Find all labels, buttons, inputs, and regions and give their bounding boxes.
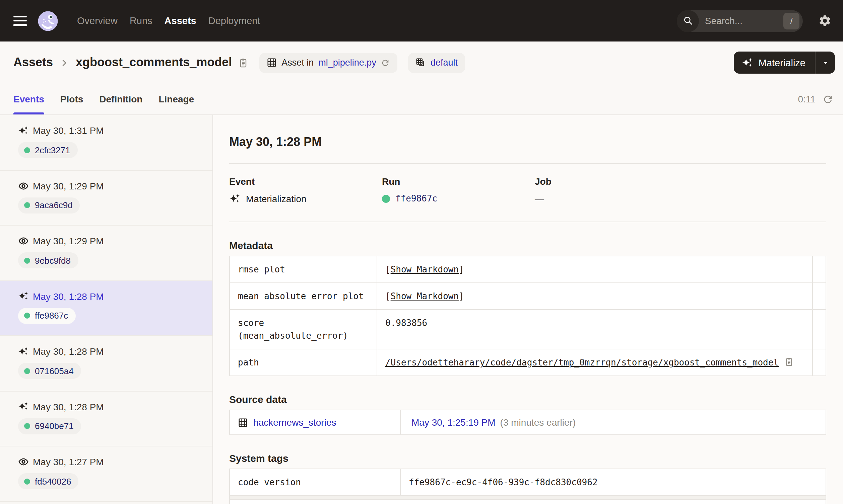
event-list-sidebar: May 30, 1:31 PM 2cfc3271 May 30, 1:29 PM… xyxy=(0,115,213,504)
event-detail-title: May 30, 1:28 PM xyxy=(229,135,826,149)
observation-eye-icon xyxy=(18,180,29,191)
run-status-dot xyxy=(24,478,30,484)
sparkle-icon xyxy=(742,57,753,68)
run-id-link[interactable]: ffe9867c xyxy=(395,194,437,203)
run-status-dot xyxy=(24,423,30,429)
event-timestamp: May 30, 1:29 PM xyxy=(33,180,104,191)
table-row: hackernews_stories May 30, 1:25:19 PM (3… xyxy=(230,410,826,434)
source-data-heading: Source data xyxy=(229,394,826,405)
dagster-logo[interactable] xyxy=(37,11,58,31)
breadcrumb-assets-link[interactable]: Assets xyxy=(13,56,53,70)
event-list-item[interactable]: May 30, 1:28 PM 071605a4 xyxy=(0,336,212,391)
metadata-value: 0.983856 xyxy=(377,310,812,349)
job-column-label: Job xyxy=(535,176,551,187)
asset-definition-badge: Asset in ml_pipeline.py xyxy=(259,53,398,73)
refresh-icon[interactable] xyxy=(822,93,833,105)
refresh-countdown: 0:11 xyxy=(798,94,815,104)
tag-value: ffe9867c-ec9c-4f06-939c-f8dc830c0962 xyxy=(401,469,826,495)
event-list-item[interactable]: May 30, 1:29 PM 9aca6c9d xyxy=(0,170,212,226)
run-status-dot xyxy=(24,202,30,208)
run-column-label: Run xyxy=(382,176,535,187)
materialization-sparkle-icon xyxy=(18,346,29,356)
materialization-sparkle-icon xyxy=(229,194,241,204)
run-status-dot xyxy=(24,147,30,153)
system-tags-table: code_version ffe9867c-ec9c-4f06-939c-f8d… xyxy=(229,469,826,504)
metadata-key: path xyxy=(230,349,377,376)
run-id-pill[interactable]: fd540026 xyxy=(18,473,79,489)
nav-item-runs[interactable]: Runs xyxy=(130,15,152,26)
event-timestamp: May 30, 1:27 PM xyxy=(33,456,104,467)
copy-icon[interactable] xyxy=(784,357,794,367)
nav-item-assets[interactable]: Assets xyxy=(165,15,196,26)
run-id-pill[interactable]: ffe9867c xyxy=(18,308,75,324)
nav-item-deployment[interactable]: Deployment xyxy=(208,15,260,26)
event-timestamp: May 30, 1:29 PM xyxy=(33,236,104,246)
event-summary: Event Materialization Run ffe9867c Job — xyxy=(229,176,826,204)
event-list-item[interactable]: May 30, 1:29 PM 9ebc9fd8 xyxy=(0,226,212,281)
event-type-value: Materialization xyxy=(246,194,307,204)
table-row: rmse plot [Show Markdown] xyxy=(230,256,826,283)
run-id-pill[interactable]: 071605a4 xyxy=(18,363,81,379)
hamburger-menu-icon[interactable] xyxy=(13,16,27,26)
metadata-value: [Show Markdown] xyxy=(377,283,812,309)
asset-table-icon xyxy=(267,57,277,68)
run-status-dot xyxy=(382,195,390,202)
run-status-dot xyxy=(24,257,30,264)
asset-group-badge: default xyxy=(409,53,465,73)
job-value: — xyxy=(535,194,544,204)
run-status-dot xyxy=(24,312,30,319)
show-markdown-link[interactable]: Show Markdown xyxy=(391,264,459,274)
observation-eye-icon xyxy=(18,236,29,246)
source-time-note: (3 minutes earlier) xyxy=(500,417,576,428)
source-asset-link[interactable]: hackernews_stories xyxy=(253,417,336,428)
event-detail-pane: May 30, 1:28 PM Event Materialization Ru… xyxy=(213,115,843,504)
breadcrumb-chevron-icon xyxy=(59,57,70,68)
event-list-item[interactable]: May 30, 1:27 PM fd540026 xyxy=(0,447,212,502)
materialization-sparkle-icon xyxy=(18,126,29,136)
run-id-pill[interactable]: 9ebc9fd8 xyxy=(18,252,78,268)
materialize-button[interactable]: Materialize xyxy=(734,52,815,74)
event-list-item[interactable]: May 30, 1:28 PM 6940be71 xyxy=(0,391,212,447)
tab-events[interactable]: Events xyxy=(13,84,44,114)
asset-tabs: Events Plots Definition Lineage 0:11 xyxy=(0,84,843,115)
tab-plots[interactable]: Plots xyxy=(60,84,83,114)
chevron-down-icon xyxy=(821,58,830,67)
metadata-key: rmse plot xyxy=(230,256,377,283)
group-default-link[interactable]: default xyxy=(431,57,458,68)
metadata-key: score (mean_absolute_error) xyxy=(230,310,377,349)
copy-icon[interactable] xyxy=(238,57,248,68)
run-status-dot xyxy=(24,368,30,374)
metadata-key: mean_absolute_error plot xyxy=(230,283,377,309)
show-markdown-link[interactable]: Show Markdown xyxy=(391,291,459,301)
storage-path-link[interactable]: /Users/odetteharary/code/dagster/tmp_0mz… xyxy=(385,356,779,369)
source-data-table: hackernews_stories May 30, 1:25:19 PM (3… xyxy=(229,410,826,435)
nav-item-overview[interactable]: Overview xyxy=(77,15,118,26)
event-list-item[interactable]: May 30, 1:31 PM 2cfc3271 xyxy=(0,115,212,170)
run-id-pill[interactable]: 2cfc3271 xyxy=(18,142,78,158)
event-timestamp: May 30, 1:31 PM xyxy=(33,125,104,136)
system-tags-heading: System tags xyxy=(229,452,826,464)
event-timestamp: May 30, 1:28 PM xyxy=(33,401,104,412)
table-row: mean_absolute_error plot [Show Markdown] xyxy=(230,283,826,310)
refresh-icon[interactable] xyxy=(381,58,390,67)
tab-lineage[interactable]: Lineage xyxy=(158,84,194,114)
event-list-item-selected[interactable]: May 30, 1:28 PM ffe9867c xyxy=(0,281,212,336)
tab-definition[interactable]: Definition xyxy=(99,84,142,114)
asset-in-label: Asset in xyxy=(281,57,314,68)
run-id-pill[interactable]: 9aca6c9d xyxy=(18,197,80,213)
asset-table-icon xyxy=(238,417,248,427)
metadata-heading: Metadata xyxy=(229,240,826,251)
materialize-options-button[interactable] xyxy=(815,52,835,74)
page-header: Assets xgboost_comments_model Asset in m… xyxy=(0,41,843,84)
pipeline-file-link[interactable]: ml_pipeline.py xyxy=(318,57,376,68)
source-event-time-link[interactable]: May 30, 1:25:19 PM xyxy=(411,417,496,428)
event-timestamp: May 30, 1:28 PM xyxy=(33,291,104,302)
metadata-value: [Show Markdown] xyxy=(377,256,812,283)
search-bar: / xyxy=(677,10,803,32)
metadata-value: /Users/odetteharary/code/dagster/tmp_0mz… xyxy=(377,349,812,376)
table-row: score (mean_absolute_error) 0.983856 xyxy=(230,310,826,349)
table-row: code_version ffe9867c-ec9c-4f06-939c-f8d… xyxy=(230,469,826,496)
event-column-label: Event xyxy=(229,176,382,187)
gear-icon[interactable] xyxy=(818,13,832,28)
run-id-pill[interactable]: 6940be71 xyxy=(18,418,81,434)
